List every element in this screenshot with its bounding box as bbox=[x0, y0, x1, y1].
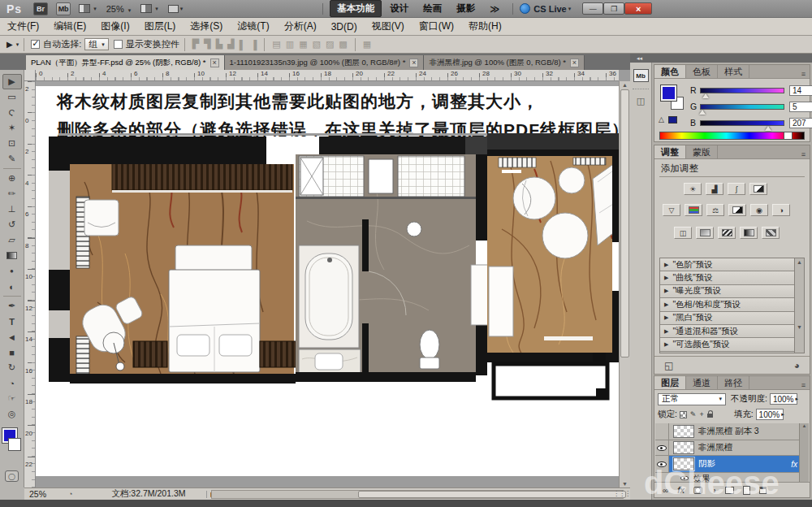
scroll-up-icon[interactable]: ▲ bbox=[797, 259, 802, 265]
presets-scrollbar[interactable]: ▲ ▼ bbox=[794, 258, 805, 353]
zoom-tool[interactable]: ◎ bbox=[2, 406, 22, 422]
history-panel-icon[interactable]: ◫ bbox=[634, 96, 647, 107]
vertical-scrollbar-thumb[interactable] bbox=[620, 89, 629, 358]
align-left-icon[interactable]: ▛ bbox=[192, 39, 199, 50]
clip-to-layer-icon[interactable]: ◕ bbox=[794, 360, 800, 371]
align-right-icon[interactable]: ▙ bbox=[216, 39, 222, 50]
type-tool[interactable]: T bbox=[2, 314, 22, 329]
preset-channel-mixer[interactable]: ▶"通道混和器"预设 bbox=[660, 325, 795, 338]
panel-menu-icon[interactable]: ≡ bbox=[797, 150, 810, 158]
preset-exposure[interactable]: ▶"曝光度"预设 bbox=[660, 285, 795, 298]
green-slider[interactable] bbox=[700, 104, 784, 110]
red-slider[interactable] bbox=[700, 88, 784, 93]
status-zoom-field[interactable]: 25% bbox=[29, 489, 62, 499]
rectangular-marquee-tool[interactable]: ▭ bbox=[2, 89, 22, 105]
menu-layer[interactable]: 图层(L) bbox=[137, 20, 184, 33]
distribute-left-icon[interactable]: ▧ bbox=[313, 39, 321, 50]
expand-arrow-icon[interactable]: ▶ bbox=[664, 301, 668, 308]
tab-close-icon[interactable]: × bbox=[210, 58, 219, 67]
black-white-icon[interactable] bbox=[728, 204, 746, 216]
distribute-right-icon[interactable]: ▩ bbox=[339, 39, 347, 50]
lasso-tool[interactable]: Ϛ bbox=[2, 105, 22, 120]
minimize-button[interactable]: — bbox=[582, 2, 603, 15]
distribute-center-icon[interactable]: ▨ bbox=[326, 39, 334, 50]
move-tool[interactable]: ▶ bbox=[2, 74, 22, 89]
layer-row-ebony[interactable]: 非洲黑檀 bbox=[655, 440, 809, 456]
menu-view[interactable]: 视图(V) bbox=[365, 20, 412, 33]
posterize-icon[interactable] bbox=[696, 227, 714, 239]
cs-live-button[interactable]: CS Live ▾ bbox=[520, 3, 571, 14]
crop-tool[interactable]: ⊡ bbox=[2, 136, 22, 151]
scroll-down-icon[interactable]: ▼ bbox=[622, 481, 628, 487]
hue-saturation-icon[interactable] bbox=[685, 204, 702, 216]
visibility-toggle[interactable] bbox=[655, 440, 669, 455]
tab-color[interactable]: 颜色 bbox=[654, 65, 686, 78]
gamut-warning-icon[interactable]: △ bbox=[659, 115, 664, 124]
brightness-contrast-icon[interactable]: ☀ bbox=[684, 183, 702, 195]
add-layer-mask-icon[interactable] bbox=[693, 487, 702, 494]
blue-slider[interactable] bbox=[700, 120, 784, 126]
panel-menu-icon[interactable]: ≡ bbox=[797, 381, 810, 389]
tab-channels[interactable]: 通道 bbox=[686, 376, 718, 389]
distribute-middle-icon[interactable]: ▥ bbox=[286, 39, 294, 50]
visibility-toggle[interactable] bbox=[655, 456, 669, 472]
align-middle-icon[interactable]: ▌ bbox=[240, 40, 246, 50]
restore-button[interactable]: ❐ bbox=[603, 2, 624, 15]
lock-position-icon[interactable]: + bbox=[699, 410, 703, 418]
workspace-painting[interactable]: 绘画 bbox=[417, 1, 448, 16]
opacity-field[interactable]: 100%▸ bbox=[770, 393, 797, 405]
auto-select-checkbox[interactable] bbox=[31, 40, 40, 49]
menu-image[interactable]: 图像(I) bbox=[93, 20, 136, 33]
mini-bridge-button[interactable]: Mb bbox=[56, 2, 71, 15]
path-selection-tool[interactable]: ◄ bbox=[2, 329, 22, 344]
panel-menu-icon[interactable]: ≡ bbox=[797, 70, 810, 78]
slider-thumb[interactable] bbox=[702, 93, 709, 98]
preset-selective-color[interactable]: ▶"可选颜色"预设 bbox=[660, 338, 795, 351]
menu-help[interactable]: 帮助(H) bbox=[461, 20, 509, 33]
dodge-tool[interactable]: ◐ bbox=[2, 279, 22, 294]
show-transform-checkbox[interactable] bbox=[114, 40, 123, 49]
new-adjustment-layer-icon[interactable]: ◑ bbox=[711, 486, 716, 495]
move-tool-preset-icon[interactable]: ▶ bbox=[6, 40, 13, 49]
document-tab-plan[interactable]: PLAN（平面）异型-FF.psd @ 25% (阴影, RGB/8) * × bbox=[26, 55, 225, 70]
scroll-down-icon[interactable]: ▼ bbox=[797, 324, 802, 330]
tab-close-icon[interactable]: × bbox=[409, 58, 418, 67]
history-brush-tool[interactable]: ↺ bbox=[2, 217, 22, 232]
lock-pixels-icon[interactable]: ✎ bbox=[690, 410, 697, 418]
tab-adjustments[interactable]: 调整 bbox=[654, 145, 686, 158]
eraser-tool[interactable]: ▱ bbox=[2, 232, 22, 248]
close-button[interactable]: × bbox=[624, 2, 652, 15]
align-center-icon[interactable]: ▜ bbox=[204, 39, 210, 50]
visibility-toggle[interactable] bbox=[655, 423, 669, 440]
expand-arrow-icon[interactable]: ▶ bbox=[664, 288, 668, 294]
slider-thumb[interactable] bbox=[699, 110, 706, 115]
rectangle-tool[interactable]: ■ bbox=[2, 344, 22, 360]
view-extras-button[interactable]: ▾ bbox=[140, 4, 158, 13]
tab-swatches[interactable]: 色板 bbox=[686, 65, 718, 78]
menu-analysis[interactable]: 分析(A) bbox=[277, 20, 324, 33]
menu-filter[interactable]: 滤镜(T) bbox=[230, 20, 276, 33]
document-tab-jpg[interactable]: 1-11101923135n39.jpg @ 100% (图层 0, RGB/8… bbox=[225, 55, 425, 70]
foreground-color-swatch[interactable] bbox=[661, 85, 676, 101]
distribute-bottom-icon[interactable]: ▦ bbox=[299, 39, 307, 50]
expand-arrow-icon[interactable]: ▶ bbox=[664, 262, 668, 268]
expand-arrow-icon[interactable]: ▶ bbox=[664, 328, 668, 335]
curves-icon[interactable]: ʃ bbox=[728, 183, 745, 195]
auto-select-group-dropdown[interactable]: 组 ▾ bbox=[84, 38, 109, 50]
document-canvas[interactable]: 将木纹材质图层复制到其他需要此贴图的地方，调整其大小， 删除多余的部分（避免选择… bbox=[36, 81, 619, 476]
layer-effects-badge[interactable]: fx bbox=[791, 460, 797, 469]
preset-black-white[interactable]: ▶"黑白"预设 bbox=[660, 312, 795, 325]
layer-thumbnail[interactable] bbox=[673, 425, 694, 438]
document-tab-ebony[interactable]: 非洲黑檀.jpg @ 100% (图层 0, RGB/8) * × bbox=[424, 55, 585, 70]
preset-hue-saturation[interactable]: ▶"色相/饱和度"预设 bbox=[660, 298, 795, 311]
effects-row[interactable]: 效果 bbox=[655, 473, 809, 482]
threshold-icon[interactable] bbox=[718, 227, 736, 239]
clone-stamp-tool[interactable]: ⊥ bbox=[2, 202, 22, 217]
background-color-swatch[interactable] bbox=[8, 438, 21, 451]
ruler-origin-corner[interactable] bbox=[24, 70, 36, 81]
selective-color-icon[interactable] bbox=[762, 227, 780, 239]
3d-rotate-tool[interactable]: ↻ bbox=[2, 360, 22, 375]
3d-orbit-tool[interactable]: ◔ bbox=[2, 375, 22, 391]
bridge-button[interactable]: Br bbox=[33, 2, 48, 15]
auto-align-layers-icon[interactable]: ▦ bbox=[363, 39, 371, 50]
